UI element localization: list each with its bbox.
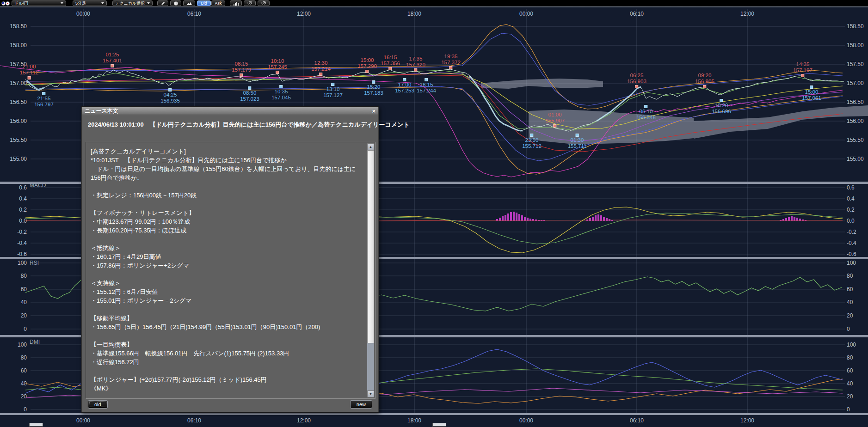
price-tick-label: 156.50 xyxy=(0,99,27,105)
news-body-line: 《MK》 xyxy=(91,384,363,393)
zoom-out-icon xyxy=(247,1,252,6)
macd-tick-label: -0.4 xyxy=(847,240,856,246)
scrollbar-thumb[interactable] xyxy=(367,150,374,343)
bid-toggle[interactable]: Bid xyxy=(197,0,211,6)
news-body-line: ＜抵抗線＞ xyxy=(91,244,363,252)
swing-price-label: 157.320 xyxy=(406,62,425,68)
scrollbar[interactable]: ▲ ▼ xyxy=(367,143,374,397)
currency-pair-select[interactable]: ドル/円 xyxy=(12,0,66,6)
news-body-line: 【移動平均線】 xyxy=(91,314,363,323)
macd-panel-label: MACD xyxy=(30,182,46,189)
swing-time-label: 21:00 xyxy=(20,64,39,70)
price-tick-label: 158.50 xyxy=(847,24,864,29)
swing-high-marker-icon xyxy=(449,66,452,69)
ask-toggle[interactable]: Ask xyxy=(211,0,225,6)
swing-low-annotation: 06:10 156.546 xyxy=(636,104,656,121)
swing-low-annotation: 23:50 155.712 xyxy=(522,133,542,149)
swing-high-annotation: 21:00 157.112 xyxy=(20,64,39,80)
dmi-tick-label: 100 xyxy=(0,342,27,348)
scroll-down-icon[interactable]: ▼ xyxy=(367,390,374,397)
news-body-line xyxy=(91,270,363,279)
news-headline: 2024/06/13 10:01:00 【ドル円テクニカル分析】目先的には主に1… xyxy=(88,121,449,128)
time-tick-label: 00:00 xyxy=(519,417,533,424)
swing-price-label: 156.905 xyxy=(695,79,714,85)
swing-high-annotation: 10:10 157.245 xyxy=(268,58,287,74)
news-body-text: [為替テクニカルデイリーコメント]*10:01JST 【ドル円テクニカル分析】目… xyxy=(91,147,363,393)
swing-low-annotation: 10:20 156.696 xyxy=(712,98,731,115)
rsi-tick-label: 60 xyxy=(847,287,853,292)
macd-tick-label: 0.2 xyxy=(847,207,855,213)
swing-price-label: 155.712 xyxy=(522,143,542,149)
swing-high-marker-icon xyxy=(635,85,638,88)
swing-time-label: 16:15 xyxy=(381,55,400,61)
close-icon[interactable]: × xyxy=(372,108,376,114)
news-body-line: 【ボリンジャー】(+2σ)157.77円(-2σ)155.12円（ミッド)156… xyxy=(91,375,363,384)
swing-time-label: 10:10 xyxy=(268,58,287,64)
swing-low-annotation: 01:30 155.711 xyxy=(568,133,587,149)
price-tick-label: 155.50 xyxy=(847,137,864,143)
swing-low-annotation: 13:10 157.127 xyxy=(323,82,343,98)
rsi-tick-label: 20 xyxy=(0,313,27,318)
macd-tick-label: 0.4 xyxy=(0,196,27,201)
news-body-line: ・156.65円（5日）156.45円（21日)154.99円（55日)153.… xyxy=(91,323,363,331)
dialog-title-bar[interactable]: ニュース本文 × xyxy=(82,107,378,115)
swing-price-label: 157.401 xyxy=(103,58,122,64)
zoom-in-button[interactable] xyxy=(258,0,270,6)
swing-time-label: 08:50 xyxy=(240,90,259,96)
swing-time-label: 17:00 xyxy=(395,82,414,88)
dialog-title: ニュース本文 xyxy=(85,107,118,115)
news-body-line: ・160.17円：4月29日高値 xyxy=(91,252,363,261)
swing-low-marker-icon xyxy=(644,105,647,108)
rsi-tick-label: 100 xyxy=(847,260,856,266)
swing-low-marker-icon xyxy=(331,83,334,86)
chevron-down-icon xyxy=(147,2,150,4)
swing-low-marker-icon xyxy=(530,134,533,137)
macd-tick-label: 0.0 xyxy=(847,218,855,224)
swing-time-label: 01:30 xyxy=(568,137,587,143)
swing-high-annotation: 19:35 157.372 xyxy=(441,54,461,70)
chart-style-button[interactable] xyxy=(183,0,195,6)
rsi-tick-label: 0 xyxy=(847,326,850,332)
scroll-up-icon[interactable]: ▲ xyxy=(367,143,374,150)
swing-price-label: 155.711 xyxy=(568,143,587,149)
new-button[interactable]: new xyxy=(350,400,372,409)
currency-pair-label: ドル/円 xyxy=(14,1,28,6)
price-tick-label: 156.00 xyxy=(847,118,864,124)
technical-select[interactable]: テクニカル選択 xyxy=(112,0,153,6)
news-body-line xyxy=(91,200,363,208)
news-body-line xyxy=(91,182,363,191)
draw-button[interactable] xyxy=(157,0,168,6)
rsi-tick-label: 80 xyxy=(847,273,853,279)
macd-tick-label: 0.0 xyxy=(0,218,27,224)
time-tick-label: 18:00 xyxy=(407,11,421,17)
volume-button[interactable] xyxy=(230,0,242,6)
dmi-tick-label: 100 xyxy=(847,342,856,348)
timeframe-select[interactable]: 5分足 xyxy=(73,0,107,6)
old-button[interactable]: old xyxy=(88,400,108,409)
swing-price-label: 157.244 xyxy=(417,88,436,94)
swing-high-annotation: 08:15 157.179 xyxy=(232,61,251,77)
swing-high-annotation: 16:15 157.356 xyxy=(381,55,400,71)
news-body-line xyxy=(91,235,363,244)
timeframe-label: 5分足 xyxy=(75,1,86,6)
swing-high-annotation: 06:25 156.903 xyxy=(627,73,646,89)
swing-low-annotation: 10:35 157.045 xyxy=(271,85,291,101)
info-button[interactable] xyxy=(170,0,181,6)
swing-high-marker-icon xyxy=(276,71,279,74)
news-body-line: ・想定レンジ：156円00銭－157円20銭 xyxy=(91,191,363,200)
news-body-line: ・157.86円：ボリンジャー+2シグマ xyxy=(91,261,363,270)
news-body-line: ・155.12円：6月7日安値 xyxy=(91,287,363,296)
time-tick-label: 12:00 xyxy=(740,11,754,17)
price-tick-label: 158.00 xyxy=(847,43,864,48)
swing-time-label: 15:20 xyxy=(364,84,383,90)
swing-low-marker-icon xyxy=(720,99,723,102)
chart-application: ドル/円 5分足 テクニカル選択 Bid Ask xyxy=(0,0,868,427)
news-body-line xyxy=(91,331,363,340)
timeline-marker[interactable] xyxy=(432,423,446,427)
news-body-line: [為替テクニカルデイリーコメント] xyxy=(91,147,363,156)
time-tick-label: 00:00 xyxy=(76,11,90,17)
macd-tick-label: 0.4 xyxy=(847,196,855,201)
dmi-tick-label: 0 xyxy=(0,407,27,412)
zoom-out-button[interactable] xyxy=(244,0,256,6)
timeline-marker[interactable] xyxy=(29,423,43,427)
